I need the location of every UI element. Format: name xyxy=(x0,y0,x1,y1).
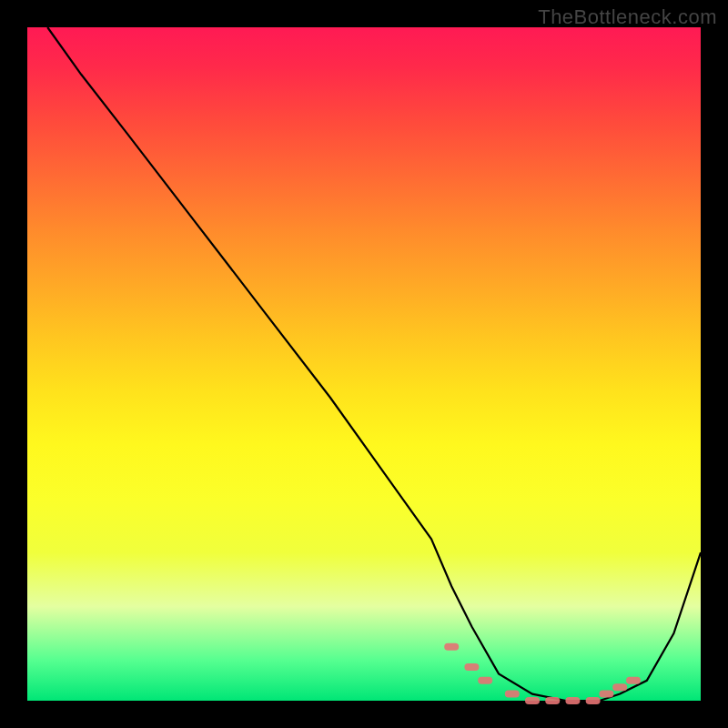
marker-dot xyxy=(525,697,540,704)
marker-dot xyxy=(565,697,580,704)
marker-dot xyxy=(626,677,641,684)
marker-dot xyxy=(505,691,520,698)
marker-dot xyxy=(586,697,601,704)
marker-dot xyxy=(545,697,560,704)
marker-dot xyxy=(464,663,479,671)
watermark-text: TheBottleneck.com xyxy=(538,5,717,29)
marker-dot xyxy=(444,643,459,651)
curve-line xyxy=(47,27,701,701)
marker-dot xyxy=(478,677,492,684)
chart-svg xyxy=(27,27,701,701)
marker-dot xyxy=(612,683,627,691)
marker-dot xyxy=(599,691,613,698)
chart-plot-area xyxy=(27,27,701,701)
